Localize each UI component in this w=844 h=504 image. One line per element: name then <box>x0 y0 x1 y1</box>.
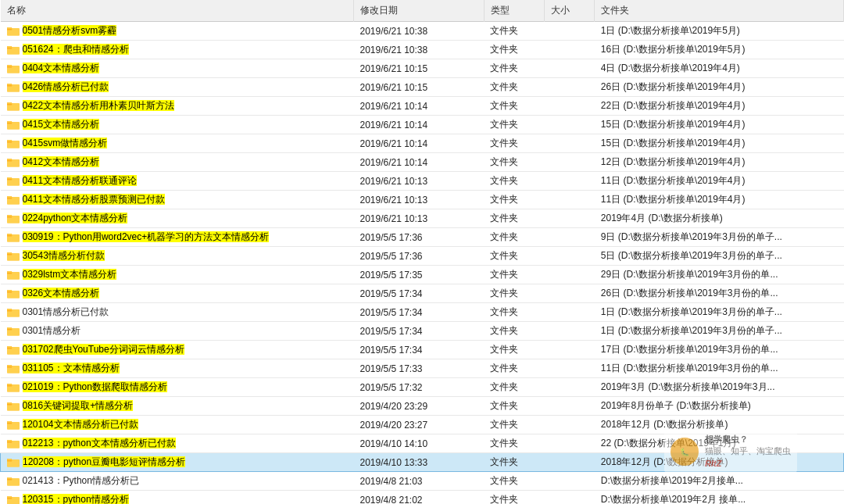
file-name-cell: 0301情感分析已付款 <box>1 303 354 322</box>
file-type: 文件夹 <box>484 359 544 378</box>
file-size <box>545 266 595 284</box>
table-row[interactable]: 0501情感分析svm雾霾2019/6/21 10:38文件夹1日 (D:\数据… <box>1 22 844 41</box>
table-row[interactable]: 021019：Python数据爬取情感分析2019/5/5 17:32文件夹20… <box>1 378 844 397</box>
file-name-text: 031105：文本情感分析 <box>23 362 120 375</box>
file-folder-path: 29日 (D:\数据分析接单\2019年3月份的单... <box>595 266 844 284</box>
file-date: 2019/5/5 17:34 <box>353 322 484 341</box>
file-name-text: 0301情感分析 <box>23 324 81 338</box>
file-type: 文件夹 <box>484 303 544 322</box>
file-date: 2019/4/20 23:27 <box>353 416 484 434</box>
table-row[interactable]: 0224python文本情感分析2019/6/21 10:13文件夹2019年4… <box>1 209 844 228</box>
table-row[interactable]: 0412文本情感分析2019/6/21 10:14文件夹12日 (D:\数据分析… <box>1 153 844 172</box>
col-header-type[interactable]: 类型 <box>484 0 544 22</box>
name-with-icon: 0326文本情感分析 <box>7 287 348 300</box>
name-with-icon: 031105：文本情感分析 <box>7 362 348 375</box>
file-type: 文件夹 <box>484 116 544 134</box>
table-row[interactable]: 120315：python情感分析2019/4/8 21:02文件夹D:\数据分… <box>1 491 844 505</box>
file-name-text: 0411文本情感分析股票预测已付款 <box>23 193 166 206</box>
name-with-icon: 031702爬虫YouTube分词词云情感分析 <box>7 343 348 356</box>
file-size <box>545 303 595 322</box>
file-size <box>545 416 595 434</box>
file-date: 2019/5/5 17:34 <box>353 284 484 303</box>
table-row[interactable]: 031702爬虫YouTube分词词云情感分析2019/5/5 17:34文件夹… <box>1 341 844 359</box>
file-name-text: 120315：python情感分析 <box>23 493 129 504</box>
table-row[interactable]: 0415svm做情感分析2019/6/21 10:14文件夹15日 (D:\数据… <box>1 134 844 153</box>
file-name-cell: 0816关键词提取+情感分析 <box>1 397 354 416</box>
table-row[interactable]: 0816关键词提取+情感分析2019/4/20 23:29文件夹2019年8月份… <box>1 397 844 416</box>
file-name-cell: 0411文本情感分析股票预测已付款 <box>1 191 354 209</box>
file-date: 2019/5/5 17:32 <box>353 378 484 397</box>
file-date: 2019/6/21 10:15 <box>353 78 484 97</box>
col-header-name[interactable]: 名称 <box>1 0 354 22</box>
name-with-icon: 021413：Python情感分析已 <box>7 474 348 488</box>
name-with-icon: 120104文本情感分析已付款 <box>7 418 348 431</box>
file-date: 2019/6/21 10:38 <box>353 41 484 59</box>
file-name-cell: 0224python文本情感分析 <box>1 209 354 228</box>
file-type: 文件夹 <box>484 378 544 397</box>
file-date: 2019/6/21 10:14 <box>353 153 484 172</box>
file-folder-path: 26日 (D:\数据分析接单\2019年3月份的单... <box>595 284 844 303</box>
file-name-cell: 021413：Python情感分析已 <box>1 472 354 491</box>
file-folder-path: 2018年12月 (D:\数据分析接单) <box>595 453 844 472</box>
file-name-cell: 0326文本情感分析 <box>1 284 354 303</box>
file-type: 文件夹 <box>484 97 544 116</box>
file-folder-path: 2019年3月 (D:\数据分析接单\2019年3月... <box>595 378 844 397</box>
table-row[interactable]: 0301情感分析2019/5/5 17:34文件夹1日 (D:\数据分析接单\2… <box>1 322 844 341</box>
file-folder-path: 1日 (D:\数据分析接单\2019年3月份的单子... <box>595 322 844 341</box>
table-row[interactable]: 0426情感分析已付款2019/6/21 10:15文件夹26日 (D:\数据分… <box>1 78 844 97</box>
table-row[interactable]: 031105：文本情感分析2019/5/5 17:33文件夹11日 (D:\数据… <box>1 359 844 378</box>
file-size <box>545 59 595 78</box>
col-header-date[interactable]: 修改日期 <box>353 0 484 22</box>
table-row[interactable]: 0411文本情感分析联通评论2019/6/21 10:13文件夹11日 (D:\… <box>1 172 844 191</box>
table-row[interactable]: 120104文本情感分析已付款2019/4/20 23:27文件夹2018年12… <box>1 416 844 434</box>
table-row[interactable]: 120208：python豆瓣电影短评情感分析2019/4/10 13:33文件… <box>1 453 844 472</box>
file-size <box>545 397 595 416</box>
file-name-cell: 031702爬虫YouTube分词词云情感分析 <box>1 341 354 359</box>
table-row[interactable]: 30543情感分析付款2019/5/5 17:36文件夹5日 (D:\数据分析接… <box>1 247 844 266</box>
file-name-text: 0422文本情感分析用朴素贝叶斯方法 <box>23 99 175 113</box>
file-date: 2019/6/21 10:14 <box>353 134 484 153</box>
file-name-cell: 051624：爬虫和情感分析 <box>1 41 354 59</box>
file-size <box>545 41 595 59</box>
file-folder-path: D:\数据分析接单\2019年2月 接单... <box>595 491 844 505</box>
table-row[interactable]: 0411文本情感分析股票预测已付款2019/6/21 10:13文件夹11日 (… <box>1 191 844 209</box>
table-row[interactable]: 021413：Python情感分析已2019/4/8 21:03文件夹D:\数据… <box>1 472 844 491</box>
col-header-size[interactable]: 大小 <box>545 0 595 22</box>
col-header-folder[interactable]: 文件夹 <box>595 0 844 22</box>
table-row[interactable]: 012213：python文本情感分析已付款2019/4/10 14:10文件夹… <box>1 434 844 453</box>
name-with-icon: 012213：python文本情感分析已付款 <box>7 437 348 450</box>
table-row[interactable]: 0404文本情感分析2019/6/21 10:15文件夹4日 (D:\数据分析接… <box>1 59 844 78</box>
file-name-cell: 30543情感分析付款 <box>1 247 354 266</box>
file-folder-path: 4日 (D:\数据分析接单\2019年4月) <box>595 59 844 78</box>
file-name-text: 0501情感分析svm雾霾 <box>23 24 117 38</box>
name-with-icon: 0426情感分析已付款 <box>7 80 348 94</box>
file-date: 2019/5/5 17:34 <box>353 303 484 322</box>
file-name-cell: 031105：文本情感分析 <box>1 359 354 378</box>
table-row[interactable]: 030919：Python用word2vec+机器学习的方法文本情感分析2019… <box>1 228 844 247</box>
file-folder-path: D:\数据分析接单\2019年2月接单... <box>595 472 844 491</box>
file-name-cell: 0329lstm文本情感分析 <box>1 266 354 284</box>
table-row[interactable]: 0422文本情感分析用朴素贝叶斯方法2019/6/21 10:14文件夹22日 … <box>1 97 844 116</box>
file-name-cell: 0415svm做情感分析 <box>1 134 354 153</box>
file-type: 文件夹 <box>484 322 544 341</box>
table-row[interactable]: 0329lstm文本情感分析2019/5/5 17:35文件夹29日 (D:\数… <box>1 266 844 284</box>
file-type: 文件夹 <box>484 134 544 153</box>
file-name-text: 0411文本情感分析联通评论 <box>23 174 138 188</box>
file-date: 2019/5/5 17:35 <box>353 266 484 284</box>
file-date: 2019/6/21 10:13 <box>353 191 484 209</box>
file-folder-path: 1日 (D:\数据分析接单\2019年3月份的单子... <box>595 303 844 322</box>
file-size <box>545 472 595 491</box>
file-name-text: 051624：爬虫和情感分析 <box>23 43 129 56</box>
file-name-text: 021413：Python情感分析已 <box>23 474 139 488</box>
file-name-cell: 0415文本情感分析 <box>1 116 354 134</box>
file-size <box>545 191 595 209</box>
file-name-cell: 0412文本情感分析 <box>1 153 354 172</box>
table-row[interactable]: 0326文本情感分析2019/5/5 17:34文件夹26日 (D:\数据分析接… <box>1 284 844 303</box>
file-folder-path: 1日 (D:\数据分析接单\2019年5月) <box>595 22 844 41</box>
file-date: 2019/6/21 10:13 <box>353 172 484 191</box>
table-row[interactable]: 0415文本情感分析2019/6/21 10:14文件夹15日 (D:\数据分析… <box>1 116 844 134</box>
file-date: 2019/4/8 21:03 <box>353 472 484 491</box>
file-folder-path: 9日 (D:\数据分析接单\2019年3月份的单子... <box>595 228 844 247</box>
table-row[interactable]: 0301情感分析已付款2019/5/5 17:34文件夹1日 (D:\数据分析接… <box>1 303 844 322</box>
table-row[interactable]: 051624：爬虫和情感分析2019/6/21 10:38文件夹16日 (D:\… <box>1 41 844 59</box>
